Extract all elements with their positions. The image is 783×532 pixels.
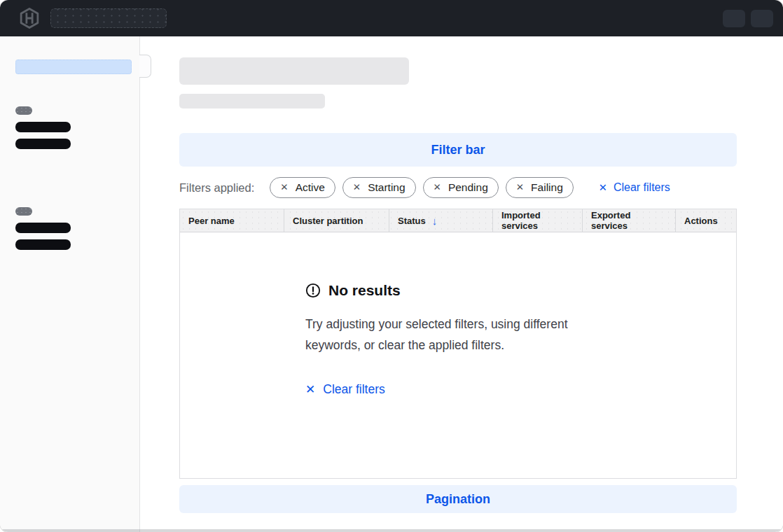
clear-filters-link[interactable]: ✕ Clear filters (599, 181, 670, 194)
topbar-actions (723, 10, 773, 27)
filter-bar-placeholder: Filter bar (179, 133, 737, 167)
empty-state: No results Try adjusting your selected f… (305, 282, 611, 397)
page-title-skeleton (179, 57, 409, 85)
empty-state-description: Try adjusting your selected filters, usi… (305, 314, 611, 356)
sidebar-item-skeleton[interactable] (15, 122, 71, 132)
remove-filter-x-icon[interactable]: ✕ (516, 183, 524, 192)
sidebar-toggle-handle[interactable] (139, 55, 151, 78)
column-header-cluster-partition[interactable]: Cluster partition (284, 209, 389, 232)
pagination-placeholder: Pagination (179, 485, 737, 513)
column-header-actions: Actions (676, 209, 736, 232)
filters-applied-label: Filters applied: (179, 181, 254, 195)
app-window: Filter bar Filters applied: ✕ Active ✕ S… (0, 0, 783, 532)
filter-pill-label: Starting (368, 181, 405, 194)
filter-pill-starting[interactable]: ✕ Starting (342, 177, 416, 198)
filter-pill-failing[interactable]: ✕ Failing (506, 177, 574, 198)
sidebar-item-skeleton[interactable] (15, 223, 71, 233)
column-header-status[interactable]: Status ↓ (389, 209, 493, 232)
remove-filter-x-icon[interactable]: ✕ (280, 183, 288, 192)
main-content: Filter bar Filters applied: ✕ Active ✕ S… (140, 36, 783, 532)
search-input-skeleton[interactable] (50, 8, 167, 28)
empty-state-clear-filters-link[interactable]: ✕ Clear filters (305, 382, 385, 397)
sort-descending-arrow-icon[interactable]: ↓ (432, 215, 438, 227)
sidebar-item-skeleton[interactable] (15, 239, 71, 250)
topbar-button-skeleton[interactable] (723, 10, 745, 27)
filter-pill-label: Failing (531, 181, 563, 194)
topbar-button-skeleton[interactable] (751, 10, 773, 27)
sidebar (0, 36, 140, 532)
x-icon: ✕ (599, 183, 607, 193)
empty-state-title: No results (328, 282, 401, 299)
filter-pill-active[interactable]: ✕ Active (270, 177, 335, 198)
column-header-peer-name[interactable]: Peer name (180, 209, 284, 232)
pagination-label: Pagination (426, 492, 490, 507)
hashicorp-logo-icon (17, 6, 42, 31)
applied-filters-row: Filters applied: ✕ Active ✕ Starting ✕ P… (179, 177, 737, 198)
sidebar-active-item-skeleton[interactable] (15, 59, 132, 74)
sidebar-item-skeleton[interactable] (15, 139, 71, 149)
table-body-empty: No results Try adjusting your selected f… (180, 232, 736, 478)
body-row: Filter bar Filters applied: ✕ Active ✕ S… (0, 36, 783, 532)
filter-pill-label: Pending (448, 181, 488, 194)
table-header-row: Peer name Cluster partition Status ↓ Imp… (180, 209, 736, 232)
alert-circle-icon (305, 283, 321, 298)
remove-filter-x-icon[interactable]: ✕ (434, 183, 441, 192)
peers-table: Peer name Cluster partition Status ↓ Imp… (179, 209, 737, 479)
column-header-exported-services[interactable]: Exported services (583, 209, 676, 232)
top-navigation-bar (0, 0, 783, 36)
x-icon: ✕ (305, 384, 315, 396)
remove-filter-x-icon[interactable]: ✕ (353, 183, 361, 192)
filter-pill-pending[interactable]: ✕ Pending (423, 177, 499, 198)
column-header-imported-services[interactable]: Imported services (493, 209, 583, 232)
clear-filters-label: Clear filters (614, 181, 670, 194)
filter-pill-label: Active (296, 181, 325, 194)
sidebar-section-label-skeleton (15, 207, 32, 216)
filter-bar-label: Filter bar (431, 143, 485, 158)
page-subtitle-skeleton (179, 94, 325, 108)
empty-clear-label: Clear filters (323, 382, 385, 397)
sidebar-section-label-skeleton (15, 106, 32, 115)
